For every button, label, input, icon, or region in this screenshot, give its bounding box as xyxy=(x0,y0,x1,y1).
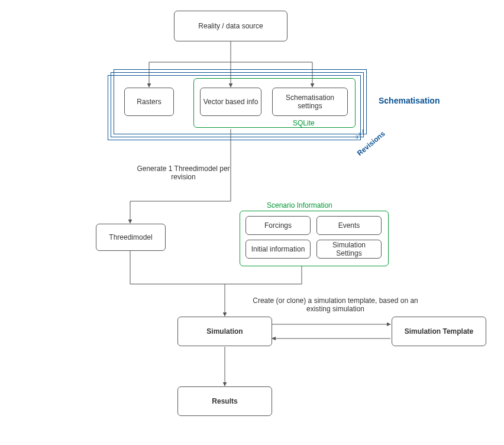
edge-label-create-clone: Create (or clone) a simulation template,… xyxy=(252,296,419,313)
node-threedimodel-label: Threedimodel xyxy=(109,233,152,241)
sqlite-label: SQLite xyxy=(293,119,315,127)
node-results-label: Results xyxy=(212,397,237,405)
node-rasters-label: Rasters xyxy=(137,98,161,106)
scenario-info-label: Scenario Information xyxy=(267,201,332,209)
node-events-label: Events xyxy=(338,221,360,230)
node-vector: Vector based info xyxy=(200,88,261,116)
node-schem-settings: Schematisation settings xyxy=(272,88,348,116)
node-sim-settings-label: Simulation Settings xyxy=(319,241,379,257)
node-simulation-label: Simulation xyxy=(206,327,243,336)
node-schem-settings-label: Schematisation settings xyxy=(275,93,345,110)
node-vector-label: Vector based info xyxy=(203,98,259,106)
node-results: Results xyxy=(177,386,272,416)
node-sim-template-label: Simulation Template xyxy=(405,327,473,336)
node-sim-settings: Simulation Settings xyxy=(316,240,382,259)
edge-label-generate: Generate 1 Threedimodel per revision xyxy=(133,165,234,181)
node-threedimodel: Threedimodel xyxy=(96,224,166,251)
revision-num-2: 2 xyxy=(358,131,361,137)
node-simulation: Simulation xyxy=(177,317,272,346)
node-initial: Initial information xyxy=(245,240,311,259)
node-initial-label: Initial information xyxy=(251,245,305,253)
node-forcings-label: Forcings xyxy=(264,221,292,230)
schematisation-group-label: Schematisation xyxy=(379,96,440,105)
revision-num-3: 3 xyxy=(356,134,358,140)
node-rasters: Rasters xyxy=(124,88,174,116)
node-events: Events xyxy=(316,216,382,235)
node-sim-template: Simulation Template xyxy=(392,317,486,346)
node-reality: Reality / data source xyxy=(174,11,287,41)
revision-num-1: 1 xyxy=(361,128,364,134)
node-forcings: Forcings xyxy=(245,216,311,235)
node-reality-label: Reality / data source xyxy=(198,22,263,30)
